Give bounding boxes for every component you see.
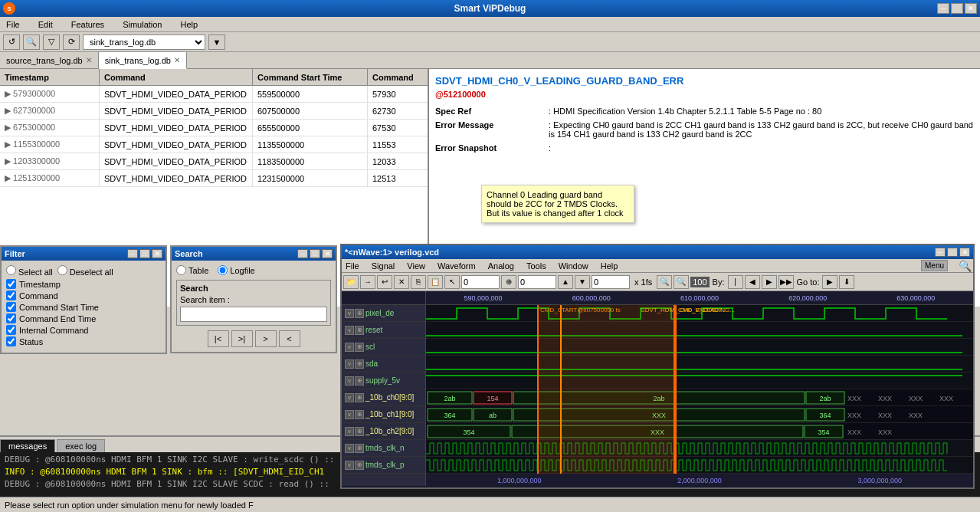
search-close[interactable]: ✕ (322, 249, 333, 258)
wave-cursor[interactable]: ↖ (444, 275, 460, 289)
radio-table-label[interactable]: Table (176, 265, 208, 275)
signal-scl[interactable]: v ⊕ scl (342, 339, 425, 356)
table-row[interactable]: ▶ 675300000 SDVT_HDMI_VIDEO_DATA_PERIOD … (0, 120, 428, 136)
wave-step-down[interactable]: ▼ (575, 275, 590, 289)
wave-menu-signal[interactable]: Signal (369, 261, 398, 271)
row-expand[interactable]: ▶ 1155300000 (0, 136, 100, 153)
wave-copy[interactable]: ⎘ (411, 275, 426, 289)
wave-paste[interactable]: 📋 (428, 275, 443, 289)
row-expand[interactable]: ▶ 1251300000 (0, 170, 100, 186)
wave-restore[interactable]: □ (947, 248, 958, 257)
filter-cmd-end-check[interactable] (6, 313, 16, 323)
wave-open[interactable]: 📁 (343, 275, 359, 289)
wave-close[interactable]: ✕ (959, 248, 970, 257)
wave-download[interactable]: ⬇ (839, 275, 854, 289)
wave-menu-file[interactable]: File (343, 261, 362, 271)
wave-menu-tools[interactable]: Tools (524, 261, 549, 271)
wave-undo[interactable]: ↩ (377, 275, 392, 289)
window-controls[interactable]: ─ □ ✕ (937, 3, 977, 14)
wave-cursor2-input[interactable] (518, 275, 556, 289)
table-row[interactable]: ▶ 1203300000 SDVT_HDMI_VIDEO_DATA_PERIOD… (0, 153, 428, 170)
nav-prev[interactable]: < (279, 330, 300, 347)
deselect-all-radio[interactable] (57, 265, 67, 275)
wave-menu-btn[interactable]: Menu (921, 260, 948, 271)
filter-status-check[interactable] (6, 336, 16, 346)
wave-zoom-in2[interactable]: 🔍 (674, 275, 689, 289)
search-input[interactable] (180, 307, 327, 322)
filter-close[interactable]: ✕ (152, 249, 162, 258)
filter-command[interactable]: Command (6, 290, 161, 300)
menu-edit[interactable]: Edit (35, 18, 56, 31)
wave-zoom-icon[interactable]: 🔍 (959, 260, 972, 272)
tab-exec-log[interactable]: exec log (57, 439, 105, 452)
filter-button[interactable]: ▽ (43, 34, 60, 50)
nav-next[interactable]: > (255, 330, 277, 347)
wave-minimize[interactable]: ─ (935, 248, 946, 257)
select-all-radio[interactable] (6, 265, 16, 275)
dropdown-arrow[interactable]: ▼ (208, 34, 225, 50)
row-expand[interactable]: ▶ 1203300000 (0, 153, 100, 169)
wave-prev-btn[interactable]: ◀ (745, 275, 760, 289)
close-button[interactable]: ✕ (965, 3, 977, 14)
radio-logfile[interactable] (218, 265, 228, 275)
table-row[interactable]: ▶ 1251300000 SDVT_HDMI_VIDEO_DATA_PERIOD… (0, 170, 428, 187)
tab-sink[interactable]: sink_trans_log.db ✕ (99, 52, 187, 69)
filter-restore[interactable]: □ (139, 249, 150, 258)
tab-source[interactable]: source_trans_log.db ✕ (0, 52, 99, 68)
nav-last[interactable]: >| (231, 330, 253, 347)
menu-help[interactable]: Help (177, 18, 201, 31)
wave-menu-view[interactable]: View (405, 261, 428, 271)
filter-minimize[interactable]: ─ (127, 249, 138, 258)
filter-cmd-start[interactable]: Command Start Time (6, 302, 161, 312)
signal-sda[interactable]: v ⊕ sda (342, 356, 425, 373)
filter-timestamp-check[interactable] (6, 279, 16, 289)
search-restore[interactable]: □ (310, 249, 320, 258)
filter-cmd-end[interactable]: Command End Time (6, 313, 161, 323)
signal-tmdscn[interactable]: v ⊕ tmds_clk_n (342, 440, 425, 457)
row-expand[interactable]: ▶ 579300000 (0, 86, 100, 102)
menu-file[interactable]: File (3, 18, 23, 31)
wave-step-up[interactable]: ▲ (558, 275, 573, 289)
filter-command-check[interactable] (6, 290, 16, 300)
wave-btn2[interactable]: → (360, 275, 375, 289)
wave-menu-analog[interactable]: Analog (486, 261, 516, 271)
tab-messages[interactable]: messages (0, 439, 55, 452)
wave-goto-go[interactable]: ▶ (822, 275, 837, 289)
radio-logfile-label[interactable]: Logfile (218, 265, 254, 275)
wave-cut[interactable]: ✕ (394, 275, 409, 289)
search-minimize[interactable]: ─ (297, 249, 308, 258)
signal-reset[interactable]: v ⊕ reset (342, 322, 425, 339)
table-row[interactable]: ▶ 627300000 SDVT_HDMI_VIDEO_DATA_PERIOD … (0, 103, 428, 120)
zoom-button[interactable]: 🔍 (23, 34, 40, 50)
minimize-button[interactable]: ─ (937, 3, 949, 14)
row-expand[interactable]: ▶ 627300000 (0, 103, 100, 119)
menu-simulation[interactable]: Simulation (120, 18, 165, 31)
wave-menu-waveform[interactable]: Waveform (435, 261, 478, 271)
deselect-all-label[interactable]: Deselect all (57, 265, 113, 277)
tab-source-close[interactable]: ✕ (86, 56, 92, 64)
wave-end-btn[interactable]: ▶▶ (778, 275, 794, 289)
table-row[interactable]: ▶ 579300000 SDVT_HDMI_VIDEO_DATA_PERIOD … (0, 86, 428, 103)
signal-pixel-de[interactable]: v ⊕ pixel_de (342, 305, 425, 322)
row-expand[interactable]: ▶ 675300000 (0, 120, 100, 136)
refresh-button[interactable]: ↺ (3, 34, 20, 50)
reload-button[interactable]: ⟳ (63, 34, 80, 50)
signal-ch0[interactable]: v ⊕ _10b_ch0[9:0] (342, 389, 425, 406)
menu-features[interactable]: Features (68, 18, 107, 31)
filter-internal-cmd-check[interactable] (6, 325, 16, 335)
filter-status[interactable]: Status (6, 336, 161, 346)
filter-internal-cmd[interactable]: Internal Command (6, 325, 161, 335)
wave-step-input[interactable] (592, 275, 630, 289)
wave-next-btn[interactable]: ▶ (762, 275, 777, 289)
wave-zoom-in[interactable]: 🔍 (657, 275, 672, 289)
signal-ch2[interactable]: v ⊕ _10b_ch2[9:0] (342, 423, 425, 440)
wave-menu-window[interactable]: Window (556, 261, 591, 271)
wave-zoom-100[interactable]: 100 (690, 277, 709, 287)
wave-cursor-input[interactable] (461, 275, 500, 289)
signal-supply5v[interactable]: v ⊕ supply_5v (342, 373, 425, 389)
select-all-label[interactable]: Select all (6, 265, 53, 277)
wave-go-to-cursor[interactable]: ⊕ (501, 275, 516, 289)
filter-timestamp[interactable]: Timestamp (6, 279, 161, 289)
maximize-button[interactable]: □ (951, 3, 963, 14)
signal-ch1[interactable]: v ⊕ _10b_ch1[9:0] (342, 406, 425, 423)
